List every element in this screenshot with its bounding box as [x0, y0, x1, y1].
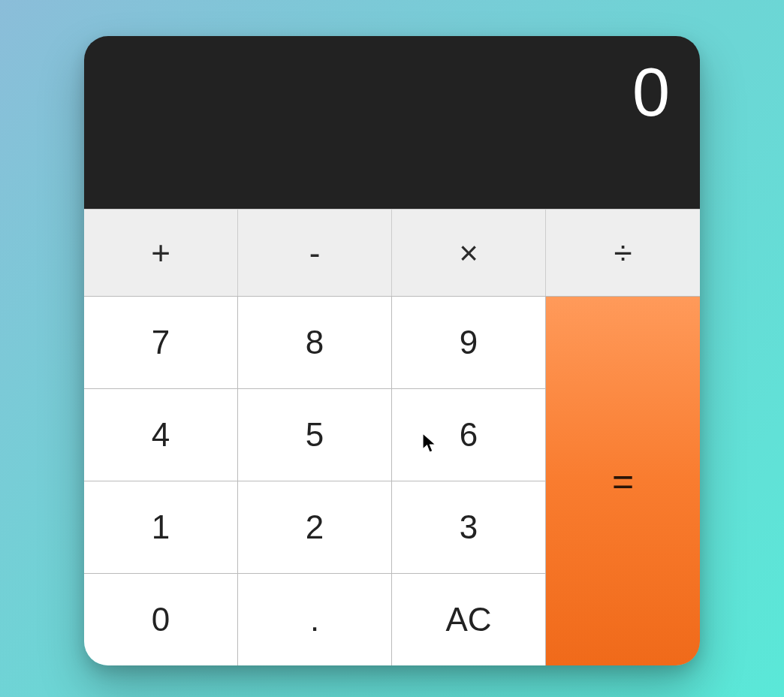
display: 0 — [84, 36, 700, 209]
digit-4-button[interactable]: 4 — [84, 388, 238, 481]
decimal-button[interactable]: . — [238, 573, 392, 665]
subtract-button[interactable]: - — [238, 210, 392, 296]
digit-2-button[interactable]: 2 — [238, 481, 392, 573]
keypad: 7 8 9 4 5 6 1 2 3 0 . AC = — [84, 296, 700, 665]
digit-5-button[interactable]: 5 — [238, 388, 392, 481]
clear-button[interactable]: AC — [392, 573, 546, 665]
display-value: 0 — [632, 59, 670, 126]
digit-1-button[interactable]: 1 — [84, 481, 238, 573]
digit-9-button[interactable]: 9 — [392, 296, 546, 388]
multiply-button[interactable]: × — [392, 210, 546, 296]
equals-button[interactable]: = — [546, 296, 700, 665]
calculator: 0 + - × ÷ 7 8 9 4 5 6 1 2 3 0 . AC = — [84, 36, 700, 665]
digit-0-button[interactable]: 0 — [84, 573, 238, 665]
digit-6-button[interactable]: 6 — [392, 388, 546, 481]
add-button[interactable]: + — [84, 210, 238, 296]
digit-8-button[interactable]: 8 — [238, 296, 392, 388]
number-grid: 7 8 9 4 5 6 1 2 3 0 . AC — [84, 296, 546, 665]
operator-row: + - × ÷ — [84, 209, 700, 296]
divide-button[interactable]: ÷ — [546, 210, 700, 296]
digit-3-button[interactable]: 3 — [392, 481, 546, 573]
digit-7-button[interactable]: 7 — [84, 296, 238, 388]
